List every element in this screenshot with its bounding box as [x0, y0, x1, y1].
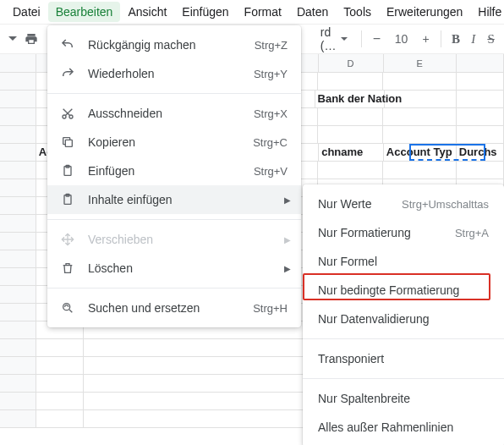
trash-icon [59, 261, 76, 275]
cell-title[interactable]: Bank der Nation [315, 91, 385, 108]
submenu-item-all-except-borders[interactable]: Alles außer Rahmenlinien [303, 413, 504, 442]
submenu-arrow-icon: ▶ [284, 235, 291, 244]
submenu-item-formula-only[interactable]: Nur Formel [303, 247, 504, 276]
font-size-decrease[interactable]: − [370, 28, 383, 50]
submenu-item-transposed[interactable]: Transponiert [303, 344, 504, 373]
find-replace-icon [59, 301, 76, 315]
menu-item-label: Rückgängig machen [88, 38, 243, 52]
italic-button[interactable]: I [467, 28, 479, 50]
cell-header-F[interactable]: Durchs [457, 144, 504, 162]
paste-icon [59, 164, 76, 178]
menu-separator [47, 288, 301, 288]
font-size-increase[interactable]: + [419, 28, 432, 50]
menu-insert[interactable]: Einfügen [174, 2, 236, 22]
menu-item-label: Transponiert [318, 352, 489, 365]
paste-special-submenu: Nur Werte Strg+Umschalttas Nur Formatier… [303, 184, 504, 445]
menu-item-label: Nur Spaltenbreite [318, 392, 489, 405]
toolbar-button[interactable] [7, 28, 19, 50]
menu-item-label: Wiederholen [88, 67, 242, 80]
menu-item-find-replace[interactable]: Suchen und ersetzen Strg+H [47, 294, 301, 322]
submenu-item-data-validation-only[interactable]: Nur Datenvalidierung [303, 305, 504, 333]
svg-point-7 [63, 304, 70, 310]
menu-item-shortcut: Strg+A [455, 227, 489, 239]
menu-item-label: Verschieben [88, 233, 288, 246]
move-icon [59, 233, 76, 246]
svg-point-0 [63, 115, 66, 118]
menu-item-label: Nur Formatierung [318, 226, 443, 239]
select-all-corner[interactable] [0, 54, 36, 72]
menu-item-move: Verschieben ▶ [47, 225, 301, 254]
cut-icon [59, 107, 76, 120]
menu-item-shortcut: Strg+H [253, 302, 288, 315]
menu-item-label: Nur bedingte Formatierung [318, 283, 489, 297]
col-header-E[interactable]: E [384, 54, 457, 72]
menu-view[interactable]: Ansicht [120, 2, 174, 22]
menu-separator [303, 338, 504, 339]
bold-button[interactable]: B [450, 28, 463, 50]
svg-point-1 [69, 115, 73, 118]
menu-item-shortcut: Strg+Umschalttas [402, 198, 489, 211]
menu-item-label: Nur Datenvalidierung [318, 312, 489, 326]
submenu-arrow-icon: ▶ [284, 264, 291, 273]
menu-tools[interactable]: Tools [336, 2, 379, 22]
menu-item-label: Löschen [88, 261, 288, 275]
menu-item-paste-special[interactable]: Inhalte einfügen ▶ [47, 185, 301, 214]
font-name-select[interactable]: rd (… [315, 24, 353, 54]
separator [361, 30, 362, 47]
font-size-input[interactable]: 10 [388, 32, 415, 46]
submenu-item-conditional-formatting-only[interactable]: Nur bedingte Formatierung [303, 276, 504, 305]
menu-item-delete[interactable]: Löschen ▶ [47, 254, 301, 283]
font-name-label: rd (… [320, 25, 337, 52]
menu-item-cut[interactable]: Ausschneiden Strg+X [47, 99, 301, 128]
menu-item-label: Kopieren [88, 135, 241, 149]
submenu-item-column-width-only[interactable]: Nur Spaltenbreite [303, 384, 504, 413]
menu-separator [47, 93, 301, 94]
menu-item-label: Ausschneiden [88, 107, 242, 120]
submenu-item-values-only[interactable]: Nur Werte Strg+Umschalttas [303, 190, 504, 218]
col-header-D[interactable]: D [319, 54, 384, 72]
col-header-F[interactable] [457, 54, 504, 72]
menu-item-label: Einfügen [88, 164, 242, 178]
menu-item-redo[interactable]: Wiederholen Strg+Y [47, 59, 301, 88]
redo-icon [59, 66, 76, 81]
menu-item-label: Alles außer Rahmenlinien [318, 420, 489, 434]
svg-rect-2 [65, 140, 72, 146]
menu-separator [303, 378, 504, 379]
menu-item-label: Nur Werte [318, 197, 390, 211]
menu-item-undo[interactable]: Rückgängig machen Strg+Z [47, 30, 301, 59]
submenu-item-formatting-only[interactable]: Nur Formatierung Strg+A [303, 218, 504, 247]
menu-item-shortcut: Strg+Y [254, 68, 288, 80]
copy-icon [59, 135, 76, 149]
menu-format[interactable]: Format [237, 2, 289, 22]
menu-help[interactable]: Hilfe [470, 2, 504, 22]
cell-header-E[interactable]: Account Typ [384, 144, 457, 162]
menu-extensions[interactable]: Erweiterungen [379, 2, 470, 22]
menu-item-shortcut: Strg+C [253, 136, 288, 149]
menu-item-paste[interactable]: Einfügen Strg+V [47, 157, 301, 185]
menu-edit[interactable]: Bearbeiten [48, 2, 121, 22]
menu-file[interactable]: Datei [5, 2, 48, 22]
cell-header-D[interactable]: chname [319, 144, 384, 162]
menu-item-shortcut: Strg+V [254, 165, 288, 178]
menubar: Datei Bearbeiten Ansicht Einfügen Format… [0, 0, 504, 24]
paste-special-icon [59, 193, 76, 206]
menu-item-shortcut: Strg+Z [255, 39, 288, 52]
strikethrough-button[interactable]: S [485, 28, 497, 50]
menu-item-shortcut: Strg+X [254, 107, 288, 120]
print-button[interactable] [25, 28, 38, 50]
menu-separator [47, 219, 301, 220]
menu-data[interactable]: Daten [289, 2, 336, 22]
print-icon [25, 32, 38, 46]
chevron-down-icon [341, 37, 348, 41]
menu-item-label: Inhalte einfügen [88, 193, 288, 206]
menu-item-copy[interactable]: Kopieren Strg+C [47, 128, 301, 157]
undo-icon [59, 37, 76, 52]
edit-menu-dropdown: Rückgängig machen Strg+Z Wiederholen Str… [47, 25, 301, 327]
submenu-arrow-icon: ▶ [284, 195, 291, 205]
menu-item-label: Suchen und ersetzen [88, 301, 241, 315]
chevron-down-icon [8, 36, 17, 41]
separator [441, 30, 441, 47]
menu-item-label: Nur Formel [318, 255, 489, 268]
